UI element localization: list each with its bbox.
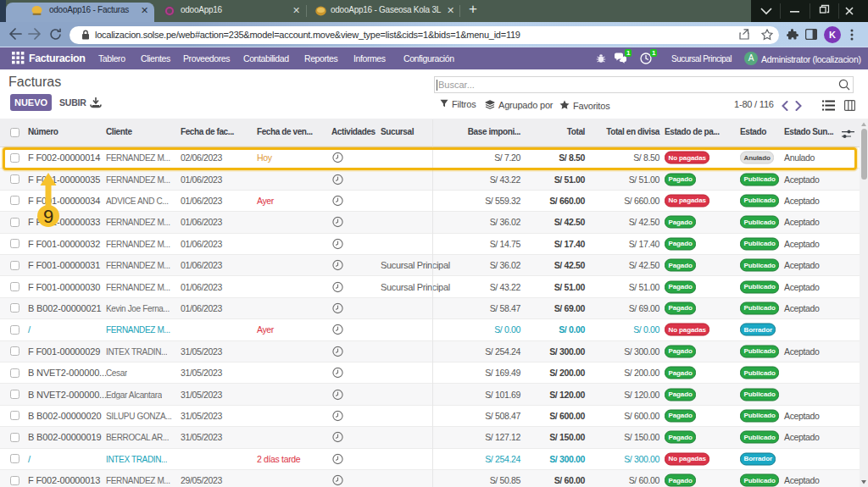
svg-text:9: 9 <box>43 206 53 227</box>
